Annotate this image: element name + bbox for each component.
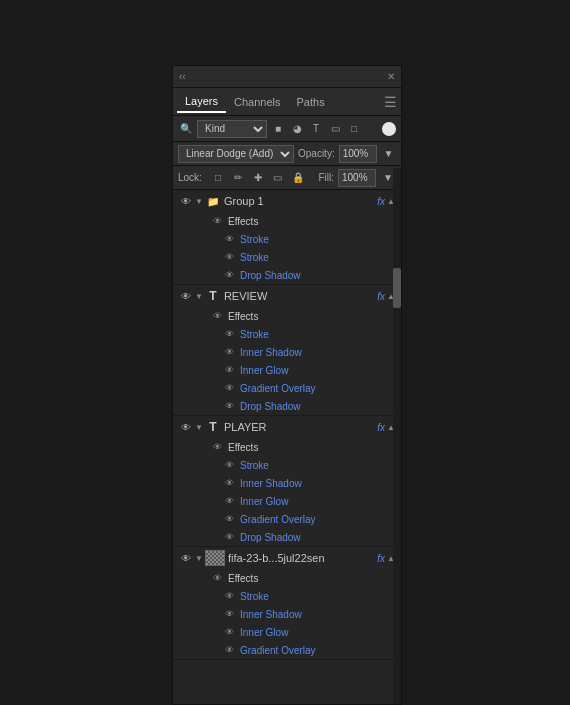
effect-eye-gradientoverlay-bitmap[interactable]: 👁 (221, 642, 237, 658)
effects-header-bitmap[interactable]: 👁 Effects (173, 569, 401, 587)
shape-filter-icon[interactable]: ▭ (327, 121, 343, 137)
expand-arrow-bitmap[interactable]: ▼ (195, 554, 203, 563)
close-button[interactable]: ✕ (387, 71, 395, 82)
effects-eye-player[interactable]: 👁 (209, 439, 225, 455)
effect-eye-dropshadow-player[interactable]: 👁 (221, 529, 237, 545)
effects-eye-group1[interactable]: 👁 (209, 213, 225, 229)
effect-gradientoverlay-review[interactable]: 👁 Gradient Overlay (173, 379, 401, 397)
effect-name-innerglow-bitmap: Inner Glow (240, 627, 288, 638)
lock-position-icon[interactable]: ✚ (250, 170, 266, 186)
effect-innershadow-review[interactable]: 👁 Inner Shadow (173, 343, 401, 361)
expand-arrow-player[interactable]: ▼ (195, 423, 203, 432)
effect-innershadow-player[interactable]: 👁 Inner Shadow (173, 474, 401, 492)
effect-innershadow-bitmap[interactable]: 👁 Inner Shadow (173, 605, 401, 623)
collapse-button[interactable]: ‹‹ (179, 71, 186, 82)
tab-menu-button[interactable]: ☰ (384, 94, 397, 110)
tab-channels[interactable]: Channels (226, 92, 288, 112)
effects-label-player: Effects (228, 442, 258, 453)
effects-header-review[interactable]: 👁 Effects (173, 307, 401, 325)
lock-artboard-icon[interactable]: ▭ (270, 170, 286, 186)
effect-stroke-player[interactable]: 👁 Stroke (173, 456, 401, 474)
effect-eye-dropshadow-group1[interactable]: 👁 (221, 267, 237, 283)
visibility-icon-review[interactable]: 👁 (177, 287, 195, 305)
layer-row-player[interactable]: 👁 ▼ T PLAYER fx ▲ (173, 416, 401, 438)
effect-eye-innershadow-review[interactable]: 👁 (221, 344, 237, 360)
lock-pixels-icon[interactable]: ✏ (230, 170, 246, 186)
effect-stroke-review[interactable]: 👁 Stroke (173, 325, 401, 343)
layer-name-review: REVIEW (221, 290, 377, 302)
scrollbar-thumb[interactable] (393, 268, 401, 308)
lock-all-icon[interactable]: 🔒 (290, 170, 306, 186)
effects-header-player[interactable]: 👁 Effects (173, 438, 401, 456)
effect-stroke-bitmap[interactable]: 👁 Stroke (173, 587, 401, 605)
effect-innerglow-review[interactable]: 👁 Inner Glow (173, 361, 401, 379)
fx-label-group1[interactable]: fx (377, 196, 385, 207)
effect-innerglow-player[interactable]: 👁 Inner Glow (173, 492, 401, 510)
layer-group-player: 👁 ▼ T PLAYER fx ▲ 👁 Effects 👁 Stroke 👁 I… (173, 416, 401, 547)
blend-row: Linear Dodge (Add) Opacity: ▼ (173, 142, 401, 166)
effects-label-review: Effects (228, 311, 258, 322)
layer-group-review: 👁 ▼ T REVIEW fx ▲ 👁 Effects 👁 Stroke 👁 I… (173, 285, 401, 416)
effect-eye-innerglow-player[interactable]: 👁 (221, 493, 237, 509)
effect-eye-stroke-player[interactable]: 👁 (221, 457, 237, 473)
effect-eye-stroke2-group1[interactable]: 👁 (221, 249, 237, 265)
effect-eye-gradientoverlay-player[interactable]: 👁 (221, 511, 237, 527)
effect-stroke1-group1[interactable]: 👁 Stroke (173, 230, 401, 248)
tab-paths[interactable]: Paths (289, 92, 333, 112)
effect-name-innerglow-player: Inner Glow (240, 496, 288, 507)
effect-gradientoverlay-bitmap[interactable]: 👁 Gradient Overlay (173, 641, 401, 659)
text-icon-review: T (205, 288, 221, 304)
effect-eye-innershadow-player[interactable]: 👁 (221, 475, 237, 491)
panel-titlebar: ‹‹ ✕ (173, 66, 401, 88)
pixel-filter-icon[interactable]: ■ (270, 121, 286, 137)
effects-eye-review[interactable]: 👁 (209, 308, 225, 324)
effect-dropshadow-player[interactable]: 👁 Drop Shadow (173, 528, 401, 546)
layer-row-review[interactable]: 👁 ▼ T REVIEW fx ▲ (173, 285, 401, 307)
effect-dropshadow-review[interactable]: 👁 Drop Shadow (173, 397, 401, 415)
effects-eye-bitmap[interactable]: 👁 (209, 570, 225, 586)
effect-eye-stroke-review[interactable]: 👁 (221, 326, 237, 342)
opacity-label: Opacity: (298, 148, 335, 159)
lock-transparent-icon[interactable]: □ (210, 170, 226, 186)
effect-stroke2-group1[interactable]: 👁 Stroke (173, 248, 401, 266)
effect-eye-stroke1-group1[interactable]: 👁 (221, 231, 237, 247)
lock-row: Lock: □ ✏ ✚ ▭ 🔒 Fill: ▼ (173, 166, 401, 190)
layers-panel: ‹‹ ✕ Layers Channels Paths ☰ 🔍 Kind ■ ◕ … (172, 65, 402, 705)
visibility-icon-player[interactable]: 👁 (177, 418, 195, 436)
effect-eye-innerglow-review[interactable]: 👁 (221, 362, 237, 378)
layer-name-group1: Group 1 (221, 195, 377, 207)
smart-filter-icon[interactable]: □ (346, 121, 362, 137)
layer-row-group1[interactable]: 👁 ▼ 📁 Group 1 fx ▲ (173, 190, 401, 212)
layers-list: 👁 ▼ 📁 Group 1 fx ▲ 👁 Effects 👁 Stroke 👁 … (173, 190, 401, 705)
fill-input[interactable] (338, 169, 376, 187)
fx-label-player[interactable]: fx (377, 422, 385, 433)
opacity-arrow-icon[interactable]: ▼ (381, 146, 396, 162)
kind-select[interactable]: Kind (197, 120, 267, 138)
effect-eye-gradientoverlay-review[interactable]: 👁 (221, 380, 237, 396)
effect-gradientoverlay-player[interactable]: 👁 Gradient Overlay (173, 510, 401, 528)
type-filter-icon[interactable]: T (308, 121, 324, 137)
folder-icon-group1: 📁 (205, 193, 221, 209)
visibility-icon-group1[interactable]: 👁 (177, 192, 195, 210)
tab-layers[interactable]: Layers (177, 91, 226, 113)
fx-label-bitmap[interactable]: fx (377, 553, 385, 564)
layer-row-bitmap[interactable]: 👁 ▼ fifa-23-b...5jul22sen fx ▲ (173, 547, 401, 569)
fill-label: Fill: (318, 172, 334, 183)
effect-innerglow-bitmap[interactable]: 👁 Inner Glow (173, 623, 401, 641)
blend-mode-select[interactable]: Linear Dodge (Add) (178, 145, 294, 163)
fx-label-review[interactable]: fx (377, 291, 385, 302)
effects-header-group1[interactable]: 👁 Effects (173, 212, 401, 230)
effect-eye-dropshadow-review[interactable]: 👁 (221, 398, 237, 414)
effect-dropshadow-group1[interactable]: 👁 Drop Shadow (173, 266, 401, 284)
expand-arrow-group1[interactable]: ▼ (195, 197, 203, 206)
effect-name-stroke1-group1: Stroke (240, 234, 269, 245)
expand-arrow-review[interactable]: ▼ (195, 292, 203, 301)
effect-eye-stroke-bitmap[interactable]: 👁 (221, 588, 237, 604)
effect-name-dropshadow-review: Drop Shadow (240, 401, 301, 412)
visibility-icon-bitmap[interactable]: 👁 (177, 549, 195, 567)
mode-indicator (382, 122, 396, 136)
effect-eye-innershadow-bitmap[interactable]: 👁 (221, 606, 237, 622)
opacity-input[interactable] (339, 145, 377, 163)
adjustment-filter-icon[interactable]: ◕ (289, 121, 305, 137)
effect-eye-innerglow-bitmap[interactable]: 👁 (221, 624, 237, 640)
